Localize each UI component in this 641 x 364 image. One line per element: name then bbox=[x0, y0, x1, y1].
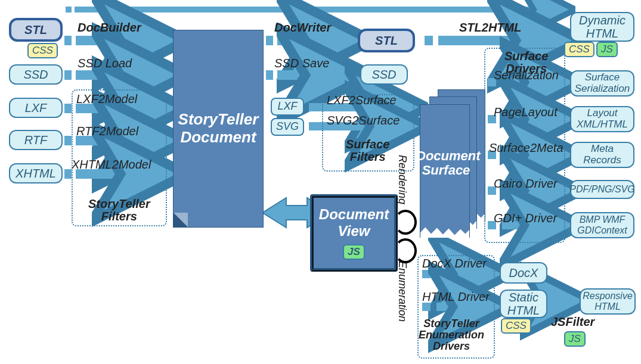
text: Surface Serialization bbox=[575, 72, 630, 94]
node-ssd-mid: SSD bbox=[360, 64, 408, 85]
badge-css-static: CSS bbox=[501, 318, 531, 334]
node-bmp-wmf: BMP WMF GDIContext bbox=[570, 212, 634, 238]
label-enum-drivers: StoryTeller Enumeration Drivers bbox=[419, 318, 484, 352]
label-docwriter: DocWriter bbox=[274, 21, 331, 34]
curl-enumeration-icon bbox=[394, 238, 417, 263]
text: STL bbox=[375, 34, 398, 47]
label-serialization: Serialization bbox=[494, 69, 559, 82]
node-ssd-input: SSD bbox=[9, 64, 63, 85]
text: DocX bbox=[509, 266, 538, 279]
label-stl2html: STL2HTML bbox=[459, 21, 521, 34]
badge-css-stl: CSS bbox=[27, 43, 58, 58]
block-document-view: Document View JS bbox=[310, 194, 398, 272]
label-svg2surface: SVG2Surface bbox=[327, 114, 400, 127]
text: STL bbox=[24, 23, 47, 36]
block-storyteller-document: StoryTeller Document bbox=[173, 30, 264, 228]
node-surface-serialization: Surface Serialization bbox=[570, 70, 634, 97]
node-dynamic-html: Dynamic HTML bbox=[570, 12, 634, 42]
node-stl-input: STL bbox=[9, 18, 63, 42]
label-ssdsave: SSD Save bbox=[274, 57, 329, 70]
label-rendering: Rendering bbox=[396, 155, 408, 204]
text: LXF bbox=[277, 101, 297, 113]
node-svg-mid: SVG bbox=[271, 118, 304, 136]
label-document-surface: Document Surface bbox=[416, 149, 476, 178]
text: Responsive HTML bbox=[583, 291, 633, 312]
badge-js-filter: JS bbox=[564, 331, 586, 347]
text: Document View bbox=[319, 206, 389, 239]
label-cairo: Cairo Driver bbox=[494, 178, 558, 190]
fold-icon-light bbox=[174, 213, 188, 227]
node-layout-xml: Layout XML/HTML bbox=[570, 106, 634, 132]
text: Static HTML bbox=[507, 291, 540, 317]
text: SSD bbox=[371, 68, 396, 81]
label-pagelayout: PageLayout bbox=[494, 106, 558, 119]
text: Meta Records bbox=[583, 144, 621, 166]
badge-js-docview: JS bbox=[343, 244, 365, 260]
node-lxf-input: LXF bbox=[9, 98, 63, 118]
label-storyteller-filters: StoryTeller Filters bbox=[88, 198, 150, 223]
text: LXF bbox=[25, 101, 47, 114]
text: XHTML bbox=[16, 167, 56, 180]
curl-rendering-icon bbox=[394, 210, 417, 235]
node-responsive-html: Responsive HTML bbox=[580, 288, 636, 315]
label-lxf2surface: LXF2Surface bbox=[327, 94, 397, 107]
label-docx-driver: DocX Driver bbox=[422, 257, 487, 270]
node-stl-mid: STL bbox=[358, 29, 415, 52]
node-static-html: Static HTML bbox=[500, 290, 547, 318]
label-ssdload: SSD Load bbox=[78, 57, 132, 70]
node-xhtml-input: XHTML bbox=[9, 163, 63, 183]
label-surface-filters: Surface Filters bbox=[346, 138, 389, 163]
node-pdf-png-svg: PDF/PNG/SVG bbox=[570, 180, 634, 199]
label-surface2meta: Surface2Meta bbox=[489, 142, 563, 154]
label-html-driver: HTML Driver bbox=[422, 291, 490, 303]
text: SSD bbox=[23, 68, 48, 81]
text: PDF/PNG/SVG bbox=[569, 184, 634, 195]
text: Dynamic HTML bbox=[579, 14, 625, 40]
label-jsfilter: JSFilter bbox=[551, 316, 594, 328]
node-rtf-input: RTF bbox=[9, 130, 63, 150]
node-meta-records: Meta Records bbox=[570, 142, 634, 168]
text: Layout XML/HTML bbox=[577, 108, 628, 130]
text: RTF bbox=[24, 133, 48, 147]
label-lxf2model: LXF2Model bbox=[76, 93, 137, 105]
badge-css-dynhtml: CSS bbox=[564, 42, 594, 57]
node-docx: DocX bbox=[500, 262, 547, 284]
badge-js-dynhtml: JS bbox=[596, 42, 618, 57]
node-lxf-mid: LXF bbox=[271, 98, 304, 116]
label-docbuilder: DocBuilder bbox=[78, 21, 141, 34]
text: StoryTeller Document bbox=[178, 111, 259, 147]
label-gdi: GDI+ Driver bbox=[494, 212, 557, 225]
text: BMP WMF GDIContext bbox=[577, 214, 627, 235]
label-xhtml2model: XHTML2Model bbox=[72, 158, 151, 171]
label-rtf2model: RTF2Model bbox=[76, 125, 138, 138]
label-enumeration: Enumeration bbox=[396, 261, 408, 322]
text: Document Surface bbox=[416, 148, 481, 178]
text: SVG bbox=[276, 121, 299, 133]
